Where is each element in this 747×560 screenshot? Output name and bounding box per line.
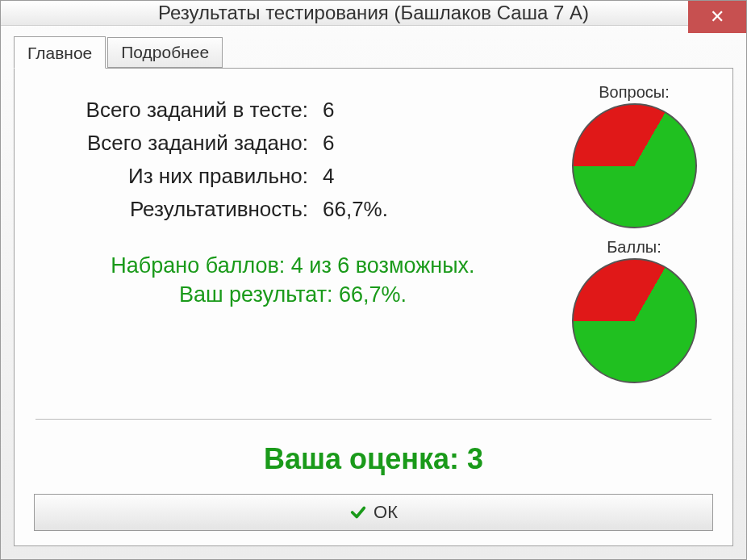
ok-button-label: ОК [374, 502, 398, 523]
close-icon: ✕ [710, 6, 724, 27]
score-block: Набрано баллов: 4 из 6 возможных. Ваш ре… [32, 251, 553, 310]
check-icon [349, 504, 367, 521]
stat-label: Всего заданий в тесте: [32, 98, 323, 123]
stat-label: Всего заданий задано: [32, 131, 323, 156]
stat-value: 4 [323, 164, 334, 189]
close-button[interactable]: ✕ [688, 1, 746, 33]
stats-column: Всего заданий в тесте: 6 Всего заданий з… [32, 83, 553, 393]
content-area: Главное Подробнее Всего заданий в тесте:… [1, 26, 746, 559]
window-title: Результаты тестирования (Башлаков Саша 7… [158, 2, 589, 24]
score-line-2: Ваш результат: 66,7%. [32, 280, 553, 309]
grade-text: Ваша оценка: 3 [32, 442, 715, 476]
charts-column: Вопросы: Баллы: [553, 83, 715, 393]
tab-details[interactable]: Подробнее [107, 37, 223, 68]
chart-points: Баллы: [572, 238, 697, 383]
main-area: Всего заданий в тесте: 6 Всего заданий з… [32, 83, 715, 393]
stat-value: 66,7%. [323, 197, 388, 222]
stat-value: 6 [323, 131, 334, 156]
chart-label-questions: Вопросы: [572, 83, 697, 102]
tab-label: Подробнее [121, 43, 209, 61]
divider [35, 419, 712, 420]
stat-row-total-in-test: Всего заданий в тесте: 6 [32, 98, 553, 123]
pie-questions-icon [572, 103, 697, 228]
chart-label-points: Баллы: [572, 238, 697, 257]
stat-row-correct: Из них правильно: 4 [32, 164, 553, 189]
stat-value: 6 [323, 98, 334, 123]
window: Результаты тестирования (Башлаков Саша 7… [0, 0, 747, 560]
titlebar: Результаты тестирования (Башлаков Саша 7… [1, 1, 746, 26]
score-line-1: Набрано баллов: 4 из 6 возможных. [32, 251, 553, 280]
stat-row-efficiency: Результативность: 66,7%. [32, 197, 553, 222]
stat-label: Из них правильно: [32, 164, 323, 189]
ok-button[interactable]: ОК [34, 494, 713, 531]
tab-panel-main: Всего заданий в тесте: 6 Всего заданий з… [14, 68, 733, 546]
chart-questions: Вопросы: [572, 83, 697, 228]
stat-row-total-asked: Всего заданий задано: 6 [32, 131, 553, 156]
pie-points-icon [572, 258, 697, 383]
tab-label: Главное [27, 44, 92, 62]
tabs-row: Главное Подробнее [14, 34, 733, 68]
tab-main[interactable]: Главное [14, 36, 106, 69]
stat-label: Результативность: [32, 197, 323, 222]
